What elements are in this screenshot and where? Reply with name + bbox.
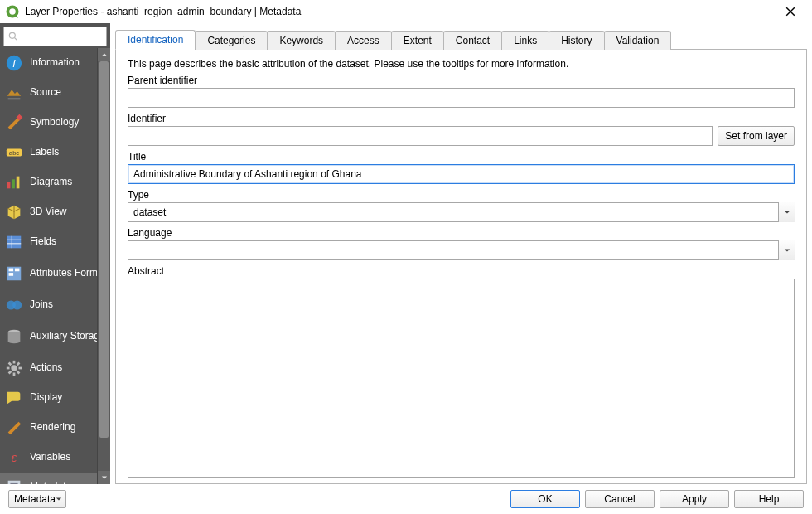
- type-combo[interactable]: [128, 202, 795, 222]
- window-title: Layer Properties - ashanti_region_admin_…: [25, 6, 774, 17]
- sidebar-item-joins[interactable]: Joins: [0, 290, 110, 320]
- abstract-textarea[interactable]: [128, 279, 795, 478]
- svg-line-31: [17, 363, 20, 366]
- scroll-thumb[interactable]: [99, 61, 109, 438]
- sidebar-item-3dview[interactable]: 3D View: [0, 197, 110, 227]
- sidebar-item-source[interactable]: Source: [0, 78, 110, 108]
- scroll-down-button[interactable]: [98, 471, 110, 484]
- svg-text:ε: ε: [12, 451, 17, 464]
- search-icon: [7, 31, 19, 42]
- svg-line-29: [17, 371, 20, 374]
- info-icon: i: [5, 54, 23, 72]
- sidebar-list: i Information Source Symbology abc Label…: [0, 48, 110, 484]
- svg-rect-18: [9, 273, 13, 276]
- sidebar-item-labels[interactable]: abc Labels: [0, 138, 110, 167]
- sidebar-item-symbology[interactable]: Symbology: [0, 108, 110, 138]
- abstract-label: Abstract: [128, 265, 795, 277]
- sidebar-item-fields[interactable]: Fields: [0, 227, 110, 257]
- sidebar-item-actions[interactable]: Actions: [0, 353, 110, 383]
- tab-access[interactable]: Access: [335, 31, 392, 50]
- tab-keywords[interactable]: Keywords: [267, 31, 336, 50]
- cancel-button[interactable]: Cancel: [585, 490, 655, 508]
- sidebar-item-label: Rendering: [30, 422, 75, 433]
- content-pane: Identification Categories Keywords Acces…: [110, 23, 812, 484]
- gear-icon: [5, 359, 23, 377]
- sidebar-item-auxiliary-storage[interactable]: Auxiliary Storage: [0, 320, 110, 353]
- sidebar-item-label: Joins: [30, 299, 53, 310]
- help-button[interactable]: Help: [734, 490, 804, 508]
- svg-point-23: [11, 365, 17, 371]
- rendering-icon: [5, 419, 23, 437]
- tab-history[interactable]: History: [549, 31, 604, 50]
- sidebar-item-label: Auxiliary Storage: [30, 331, 105, 342]
- parent-identifier-input[interactable]: [128, 88, 795, 108]
- sidebar-item-attributes-form[interactable]: Attributes Form: [0, 257, 110, 290]
- sidebar-item-diagrams[interactable]: Diagrams: [0, 167, 110, 197]
- sidebar-scrollbar[interactable]: [97, 48, 110, 484]
- sidebar-item-label: Diagrams: [30, 177, 72, 187]
- sidebar-item-label: Attributes Form: [30, 268, 98, 279]
- source-icon: [5, 84, 23, 102]
- chevron-down-icon[interactable]: [778, 240, 795, 260]
- chevron-down-icon: [56, 493, 62, 505]
- svg-rect-11: [17, 177, 20, 189]
- sidebar-search[interactable]: [3, 27, 107, 46]
- svg-line-3: [15, 38, 17, 41]
- tab-contact[interactable]: Contact: [443, 31, 502, 50]
- identification-page: This page describes the basic attributio…: [115, 50, 807, 484]
- joins-icon: [5, 296, 23, 314]
- title-label: Title: [128, 151, 795, 162]
- scroll-up-button[interactable]: [98, 48, 110, 61]
- metadata-icon: [5, 478, 23, 484]
- fields-icon: [5, 233, 23, 251]
- symbology-icon: [5, 114, 23, 132]
- app-icon: [5, 4, 20, 19]
- scroll-track[interactable]: [98, 61, 110, 471]
- sidebar-item-information[interactable]: i Information: [0, 48, 110, 78]
- sidebar: i Information Source Symbology abc Label…: [0, 23, 110, 484]
- apply-button[interactable]: Apply: [660, 490, 729, 508]
- close-button[interactable]: [774, 0, 807, 23]
- sidebar-item-label: Labels: [30, 147, 59, 158]
- language-combo[interactable]: [128, 240, 795, 260]
- sidebar-item-label: Actions: [30, 362, 62, 373]
- identifier-input[interactable]: [128, 126, 713, 146]
- identifier-label: Identifier: [128, 113, 795, 124]
- svg-point-2: [9, 32, 15, 38]
- type-label: Type: [128, 189, 795, 201]
- tab-extent[interactable]: Extent: [391, 31, 444, 50]
- svg-point-21: [12, 301, 22, 310]
- form-icon: [5, 264, 23, 283]
- svg-rect-10: [12, 179, 15, 188]
- ok-button[interactable]: OK: [510, 490, 580, 508]
- sidebar-item-variables[interactable]: ε Variables: [0, 443, 110, 473]
- storage-icon: [5, 327, 23, 346]
- display-icon: [5, 389, 23, 407]
- set-from-layer-button[interactable]: Set from layer: [718, 126, 795, 146]
- sidebar-item-rendering[interactable]: Rendering: [0, 413, 110, 443]
- svg-line-30: [9, 371, 12, 374]
- diagrams-icon: [5, 173, 23, 192]
- dialog-footer: Metadata OK Cancel Apply Help: [0, 484, 812, 514]
- sidebar-item-display[interactable]: Display: [0, 383, 110, 413]
- style-menu[interactable]: Metadata: [8, 490, 66, 508]
- svg-rect-12: [7, 236, 22, 249]
- tab-validation[interactable]: Validation: [604, 31, 672, 50]
- sidebar-item-label: Symbology: [30, 117, 79, 128]
- sidebar-item-label: Fields: [30, 236, 56, 247]
- variables-icon: ε: [5, 449, 23, 467]
- tabbar: Identification Categories Keywords Acces…: [115, 28, 807, 50]
- sidebar-item-metadata[interactable]: Metadata: [0, 473, 110, 484]
- tab-categories[interactable]: Categories: [195, 31, 268, 50]
- tab-identification[interactable]: Identification: [115, 30, 196, 50]
- language-label: Language: [128, 227, 795, 239]
- sidebar-item-label: Display: [30, 392, 62, 403]
- chevron-down-icon[interactable]: [778, 202, 795, 222]
- sidebar-item-label: Variables: [30, 452, 70, 463]
- svg-rect-17: [9, 269, 13, 272]
- tab-links[interactable]: Links: [501, 31, 549, 50]
- sidebar-item-label: Information: [30, 57, 80, 68]
- sidebar-item-label: Metadata: [30, 482, 71, 484]
- svg-text:abc: abc: [9, 149, 19, 157]
- title-input[interactable]: [128, 164, 795, 184]
